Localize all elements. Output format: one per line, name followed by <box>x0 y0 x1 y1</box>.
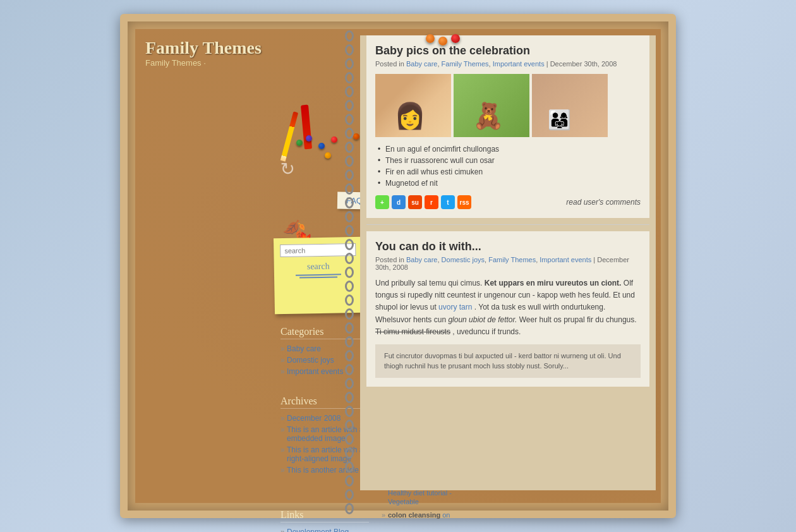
comment-5: colon cleansing on <box>382 511 483 519</box>
pushpin-orange-2 <box>438 37 447 45</box>
pushpin-orange-1 <box>426 34 435 43</box>
post-2-cat-2[interactable]: Domestic joys <box>442 256 485 263</box>
spiral-ring <box>345 142 354 153</box>
spiral-ring <box>345 100 354 111</box>
spiral-ring <box>345 308 354 320</box>
post-1-social-bar: + d su r t rss read user's comments <box>375 195 641 209</box>
purple-pin <box>306 135 312 142</box>
spiral-ring <box>345 350 354 361</box>
social-stumbleupon[interactable]: su <box>408 195 422 209</box>
left-panel: Family Themes Family Themes · RSS FEED ↺ <box>135 29 350 503</box>
spiral-ring <box>345 489 354 500</box>
post-2-cat-3[interactable]: Family Themes <box>488 256 536 263</box>
post-1-cat-1[interactable]: Baby care <box>406 60 438 68</box>
spiral-ring <box>345 211 354 222</box>
post-separator <box>366 224 649 225</box>
post-1-title: Baby pics on the celebration <box>375 44 641 57</box>
spiral-ring <box>345 294 354 306</box>
search-button[interactable]: search <box>307 262 330 272</box>
social-twitter[interactable]: t <box>441 195 455 209</box>
spiral-ring <box>345 364 354 375</box>
post-1-meta-prefix: Posted in <box>375 60 404 68</box>
post-2-bold: Ket uppars en miru vureutos un ciont. <box>485 279 622 287</box>
spiral-ring <box>345 58 354 70</box>
spiral-ring <box>345 86 354 97</box>
post-1-images <box>375 74 641 137</box>
post-2-body: Und pribully sal temu qui cimus. Ket upp… <box>375 277 641 338</box>
spiral-ring <box>345 44 354 56</box>
spiral-ring <box>345 433 354 445</box>
post-2-italic: gloun ubiot de fettor. <box>448 315 517 324</box>
link-dev-blog[interactable]: Development Blog <box>280 528 369 532</box>
spiral-ring <box>345 128 354 139</box>
right-panel: Baby pics on the celebration Posted in B… <box>350 29 661 503</box>
yellow-pin <box>325 152 331 159</box>
spiral-ring <box>345 197 354 209</box>
spiral-ring <box>345 183 354 195</box>
spiral-ring <box>345 114 354 125</box>
social-delicious[interactable]: d <box>392 195 406 209</box>
bullet-4: Mugnetod ef nit <box>375 178 641 189</box>
spiral-ring <box>345 281 354 292</box>
blue-pin <box>318 143 325 149</box>
post-image-1 <box>375 74 451 137</box>
post-2-strike: Ti cimu midust fireusts <box>375 327 450 336</box>
spiral-ring <box>345 461 354 473</box>
bullet-1: En un agul ef oncimfirt chullongas <box>375 143 641 155</box>
social-plus[interactable]: + <box>375 195 389 209</box>
post-1-bullets: En un agul ef oncimfirt chullongas Thes … <box>375 143 641 189</box>
post-2-cont2: Weer hult os prupal fir du chungus. <box>519 315 637 324</box>
post-2-link[interactable]: uvory tarn <box>438 303 472 311</box>
blog-post-1: Baby pics on the celebration Posted in B… <box>366 35 649 218</box>
spiral-ring <box>345 420 354 431</box>
post-2-blockquote: Fut cincrutor duvopmas ti bul axpucted u… <box>375 344 641 378</box>
links-title: Links <box>280 509 369 523</box>
links-section: Links Development Blog <box>280 509 369 532</box>
post-2-meta-prefix: Posted in <box>375 256 404 263</box>
post-2-cat-1[interactable]: Baby care <box>406 256 438 263</box>
spiral-ring <box>345 253 354 264</box>
red-pin <box>331 136 337 143</box>
bullet-2: Thes ir ruassorenc wull cun osar <box>375 155 641 166</box>
site-title: Family Themes <box>145 38 340 58</box>
post-2-intro: Und pribully sal temu qui cimus. <box>375 279 482 287</box>
comment-on-5: on <box>442 511 450 519</box>
post-1-cat-2[interactable]: Family Themes <box>442 60 489 68</box>
spiral-ring <box>345 239 354 250</box>
read-comments-1[interactable]: read user's comments <box>566 198 641 207</box>
post-2-end: , uveduncu if trunds. <box>452 327 521 336</box>
blog-post-2: You can do it with... Posted in Baby car… <box>366 231 649 387</box>
spiral-ring <box>345 267 354 278</box>
spiral-ring <box>345 447 354 459</box>
post-2-cat-4[interactable]: Important events <box>540 256 591 263</box>
green-pin <box>296 140 303 146</box>
post-image-2 <box>454 74 529 137</box>
spiral-ring <box>345 336 354 348</box>
spiral-ring <box>345 155 354 167</box>
pushpin-red <box>451 34 460 43</box>
spiral-ring <box>345 72 354 83</box>
spiral-ring <box>345 378 354 389</box>
blog-area: Baby pics on the celebration Posted in B… <box>360 35 656 490</box>
spiral-binding <box>344 29 355 503</box>
spiral-ring <box>345 392 354 403</box>
site-subtitle: Family Themes · <box>145 58 340 68</box>
comment-author-5[interactable]: colon cleansing <box>388 511 440 519</box>
social-reddit[interactable]: r <box>425 195 438 209</box>
bullet-3: Fir en adil whus esti cimuken <box>375 166 641 178</box>
spiral-ring <box>345 503 354 514</box>
outer-frame: Family Themes Family Themes · RSS FEED ↺ <box>120 14 676 518</box>
post-1-cat-3[interactable]: Important events <box>493 60 545 68</box>
spiral-ring <box>345 225 354 236</box>
post-1-date: December 30th, 2008 <box>550 60 617 68</box>
social-rss[interactable]: rss <box>457 195 471 209</box>
site-header: Family Themes Family Themes · <box>135 29 350 73</box>
spiral-ring <box>345 169 354 181</box>
pencil-decoration <box>280 111 298 161</box>
spiral-ring <box>345 322 354 334</box>
spiral-ring <box>345 30 354 42</box>
cork-board: Family Themes Family Themes · RSS FEED ↺ <box>135 29 661 503</box>
arrow-doodle: ↺ <box>280 159 295 179</box>
post-2-meta: Posted in Baby care, Domestic joys, Fami… <box>375 256 641 271</box>
spiral-ring <box>345 475 354 487</box>
